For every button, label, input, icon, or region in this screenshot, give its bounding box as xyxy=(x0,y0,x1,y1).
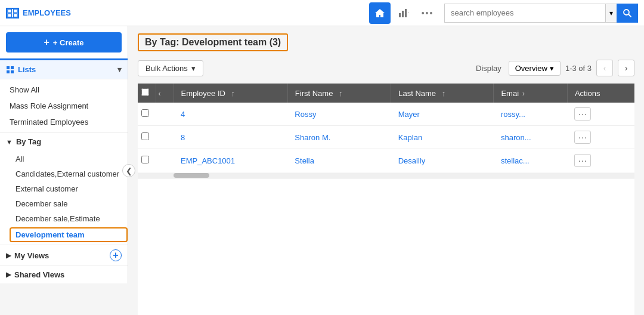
row-email-cell: rossy... xyxy=(494,103,568,126)
mass-role-label: Mass Role Assignment xyxy=(10,101,88,110)
row-actions-button[interactable]: ··· xyxy=(574,107,591,121)
grid-icon xyxy=(6,66,14,74)
create-button[interactable]: + + Create xyxy=(6,32,122,52)
th-employee-id[interactable]: Employee ID ↑ xyxy=(174,84,287,103)
table-header: ‹ Employee ID ↑ First Name ↑ Last Name xyxy=(138,84,634,103)
by-tag-header[interactable]: ▼ By Tag xyxy=(0,132,128,150)
tag-external-label: External customer xyxy=(16,184,78,193)
row-employee-id-cell: 4 xyxy=(174,103,287,126)
row-select-cell xyxy=(138,103,156,126)
row-checkbox[interactable] xyxy=(141,132,149,140)
table-body: 4 Rossy Mayer rossy... ··· 8 Sharon M. K xyxy=(138,103,634,179)
th-last-name[interactable]: Last Name ↑ xyxy=(391,84,494,103)
prev-icon: ‹ xyxy=(603,63,606,73)
search-dropdown-button[interactable]: ▾ xyxy=(605,4,617,23)
next-icon: › xyxy=(625,63,628,73)
search-button[interactable] xyxy=(617,4,638,23)
row-first-name-cell: Stella xyxy=(287,149,391,172)
my-views-label: My Views xyxy=(14,251,49,260)
bulk-actions-button[interactable]: Bulk Actions ▾ xyxy=(138,60,203,76)
svg-rect-2 xyxy=(8,13,12,17)
sidebar-collapse-button[interactable]: ❮ xyxy=(122,164,135,177)
first-name-sort-icon: ↑ xyxy=(339,89,343,98)
by-tag-arrow-icon: ▼ xyxy=(6,138,13,146)
select-all-checkbox[interactable] xyxy=(141,88,149,96)
terminated-label: Terminated Employees xyxy=(10,118,88,126)
row-expand-cell xyxy=(156,149,174,172)
svg-rect-11 xyxy=(11,66,14,69)
by-tag-label: By Tag xyxy=(16,137,41,146)
first-name-link[interactable]: Stella xyxy=(295,156,314,165)
sidebar-tag-december-sale[interactable]: December sale xyxy=(10,196,128,211)
last-name-sort-icon: ↑ xyxy=(442,89,446,98)
first-name-col-label: First Name xyxy=(295,89,333,98)
first-name-link[interactable]: Rossy xyxy=(295,110,316,119)
lists-chevron-icon: ▾ xyxy=(117,65,122,74)
row-checkbox[interactable] xyxy=(141,109,149,117)
row-actions-cell: ··· xyxy=(567,149,634,172)
email-expand-icon: › xyxy=(522,89,525,98)
th-first-name[interactable]: First Name ↑ xyxy=(287,84,391,103)
row-actions-cell: ··· xyxy=(567,103,634,126)
first-name-link[interactable]: Sharon M. xyxy=(295,133,330,142)
row-first-name-cell: Rossy xyxy=(287,103,391,126)
sidebar-tag-all[interactable]: All xyxy=(10,152,128,166)
actions-col-label: Actions xyxy=(575,89,600,98)
svg-rect-5 xyxy=(402,11,404,17)
row-actions-button[interactable]: ··· xyxy=(574,154,591,167)
th-email[interactable]: Emai › xyxy=(494,84,568,103)
shared-views-header[interactable]: ▶ Shared Views xyxy=(0,265,128,283)
pagination-prev-button[interactable]: ‹ xyxy=(596,60,613,76)
table-row: 4 Rossy Mayer rossy... ··· xyxy=(138,103,634,126)
plus-my-views-icon[interactable]: + xyxy=(110,249,122,261)
row-actions-button[interactable]: ··· xyxy=(574,131,591,144)
my-views-header[interactable]: ▶ My Views + xyxy=(0,245,128,265)
row-expand-cell xyxy=(156,126,174,149)
collapse-icon: ❮ xyxy=(126,166,132,175)
employee-id-col-label: Employee ID xyxy=(181,89,225,98)
sidebar-tag-candidates[interactable]: Candidates,External customer xyxy=(10,166,128,181)
last-name-link[interactable]: Mayer xyxy=(398,110,420,119)
overview-dropdown[interactable]: Overview ▾ xyxy=(509,61,561,76)
sidebar-item-mass-role[interactable]: Mass Role Assignment xyxy=(0,98,128,114)
shared-views-label: Shared Views xyxy=(14,270,64,279)
tag-items: All Candidates,External customer Externa… xyxy=(0,150,128,245)
more-nav-button[interactable]: ••• xyxy=(417,2,438,24)
email-value: sharon... xyxy=(501,133,531,142)
row-actions-cell: ··· xyxy=(567,126,634,149)
scrollbar-row xyxy=(138,172,634,179)
top-nav: ••• ▾ xyxy=(369,2,638,24)
row-first-name-cell: Sharon M. xyxy=(287,126,391,149)
row-checkbox[interactable] xyxy=(141,156,149,163)
sidebar-item-show-all[interactable]: Show All xyxy=(0,82,128,98)
horizontal-scrollbar-thumb[interactable] xyxy=(174,173,209,178)
bulk-actions-chevron-icon: ▾ xyxy=(191,64,196,73)
last-name-link[interactable]: Kaplan xyxy=(398,133,422,142)
svg-line-9 xyxy=(628,14,631,17)
sidebar-tag-december-estimate[interactable]: December sale,Estimate xyxy=(10,211,128,226)
overview-chevron-icon: ▾ xyxy=(550,64,554,73)
row-employee-id-cell: 8 xyxy=(174,126,287,149)
tag-december-estimate-label: December sale,Estimate xyxy=(16,214,100,223)
search-input[interactable] xyxy=(444,4,605,23)
sidebar-tag-development[interactable]: Development team xyxy=(10,227,128,242)
sidebar-item-terminated[interactable]: Terminated Employees xyxy=(0,114,128,130)
employee-id-link[interactable]: EMP_ABC1001 xyxy=(181,156,235,165)
th-expand: ‹ xyxy=(156,84,174,103)
plus-icon: + xyxy=(44,37,49,48)
employee-id-link[interactable]: 8 xyxy=(181,133,185,142)
app-logo: EMPLOYEES xyxy=(6,8,125,18)
employee-id-link[interactable]: 4 xyxy=(181,110,185,119)
pagination-next-button[interactable]: › xyxy=(618,60,634,76)
row-employee-id-cell: EMP_ABC1001 xyxy=(174,149,287,172)
sidebar-lists-header[interactable]: Lists ▾ xyxy=(0,58,128,79)
employee-id-sort-icon: ↑ xyxy=(231,89,236,98)
chart-nav-button[interactable] xyxy=(393,2,414,24)
svg-rect-7 xyxy=(408,12,408,13)
th-select xyxy=(138,84,156,103)
sidebar-tag-external[interactable]: External customer xyxy=(10,181,128,196)
page-title: By Tag: Development team (3) xyxy=(138,33,288,51)
last-name-col-label: Last Name xyxy=(398,89,436,98)
last-name-link[interactable]: Desailly xyxy=(398,156,426,165)
home-nav-button[interactable] xyxy=(369,2,391,24)
